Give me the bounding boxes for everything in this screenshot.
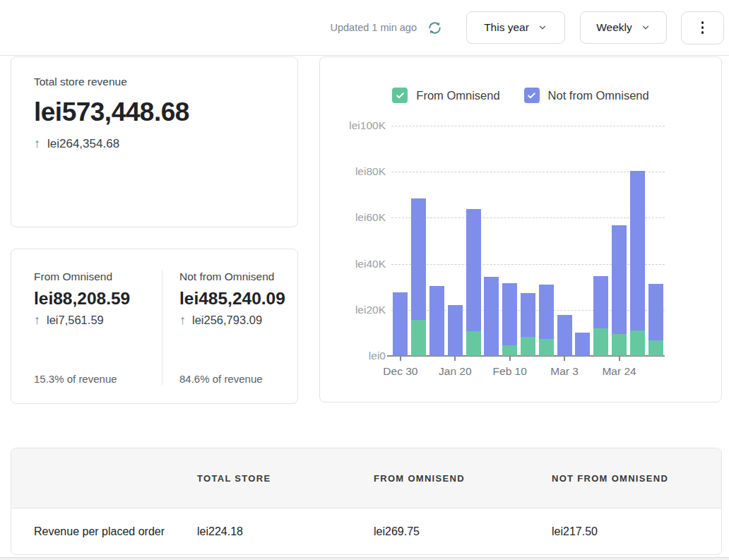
x-axis-tick [619,356,620,361]
bar-segment-not-from-omnisend [521,293,535,337]
not-from-omnisend-label: Not from Omnisend [179,270,286,283]
bar-segment-from-omnisend [539,339,554,356]
bar-segment-from-omnisend [521,337,535,356]
total-revenue-value: lei573,448.68 [34,97,275,127]
bar-week-7[interactable] [521,293,535,356]
y-axis-tick-label: lei20K [355,304,386,316]
trend-up-icon: ↑ [179,313,186,328]
x-axis-tick-label: Jan 20 [439,365,472,378]
trend-up-icon: ↑ [34,136,40,151]
y-axis-tick-label: lei60K [355,211,386,224]
gridline [391,218,665,218]
bar-segment-from-omnisend [502,345,517,356]
refresh-icon [427,20,443,36]
bar-week-8[interactable] [539,285,554,356]
bar-segment-from-omnisend [612,334,627,356]
not-from-omnisend-value: lei485,240.09 [179,289,286,309]
bar-week-11[interactable] [593,276,608,356]
y-axis-tick-label: lei100K [349,119,386,132]
bar-week-10[interactable] [575,333,590,356]
period-dropdown[interactable]: This year [466,11,565,44]
bar-segment-not-from-omnisend [411,198,426,320]
x-axis-tick [509,356,511,361]
table-header-total-store: Total store [197,473,374,484]
x-axis-tick-label: Mar 3 [550,365,579,378]
bar-week-0[interactable] [393,292,408,356]
gridline [391,126,665,126]
x-axis-tick [564,356,565,361]
bar-segment-from-omnisend [648,340,663,356]
y-axis-tick-label: lei0 [369,350,386,362]
main-content: Total store revenue lei573,448.68 ↑ lei2… [11,56,722,555]
bar-segment-not-from-omnisend [429,286,444,356]
legend-checkbox-from-omnisend[interactable] [392,88,408,103]
granularity-dropdown-label: Weekly [596,21,632,34]
table-cell-total-store: lei224.18 [197,525,374,538]
bar-segment-not-from-omnisend [612,225,627,334]
bar-segment-not-from-omnisend [484,277,499,356]
bar-segment-not-from-omnisend [502,283,517,345]
more-options-button[interactable] [681,11,724,44]
x-axis-tick [454,356,456,361]
chevron-down-icon [641,23,651,32]
bar-week-1[interactable] [411,198,426,356]
total-revenue-card: Total store revenue lei573,448.68 ↑ lei2… [11,56,298,227]
chart-legend: From Omnisend Not from Omnisend [320,88,721,103]
bar-segment-not-from-omnisend [593,276,608,328]
bar-segment-not-from-omnisend [393,292,408,356]
from-omnisend-change: lei7,561.59 [47,314,104,327]
bar-segment-from-omnisend [466,331,481,356]
table-row: Revenue per placed order lei224.18 lei26… [11,508,721,555]
bar-week-13[interactable] [630,171,645,356]
last-updated-text: Updated 1 min ago [330,22,417,33]
table-header-not-from-omnisend: Not from Omnisend [552,473,721,484]
bar-segment-from-omnisend [411,320,426,357]
bar-segment-not-from-omnisend [630,171,645,331]
legend-item-not-from-omnisend: Not from Omnisend [524,88,649,103]
bar-week-4[interactable] [466,209,481,356]
granularity-dropdown[interactable]: Weekly [580,11,667,44]
period-dropdown-label: This year [484,21,529,34]
bar-segment-not-from-omnisend [575,333,590,356]
bar-segment-from-omnisend [630,330,645,356]
from-omnisend-label: From Omnisend [34,270,162,283]
bar-week-6[interactable] [502,283,517,356]
bar-week-14[interactable] [648,284,663,356]
bar-week-3[interactable] [448,305,463,356]
table-row-label: Revenue per placed order [34,525,197,538]
bar-segment-from-omnisend [593,328,608,356]
y-axis-labels: lei100Klei80Klei60Klei40Klei20Klei0 [320,126,386,356]
topbar: Updated 1 min ago This year Weekly [0,0,729,56]
table-header-row: Total store From Omnisend Not from Omnis… [11,448,721,508]
y-axis-tick-label: lei80K [355,165,386,178]
bar-segment-not-from-omnisend [466,209,481,331]
revenue-chart-card: From Omnisend Not from Omnisend lei100Kl… [319,56,722,403]
bar-segment-not-from-omnisend [648,284,663,340]
refresh-button[interactable] [427,20,443,36]
gridline [391,172,665,172]
legend-label-not-from-omnisend: Not from Omnisend [548,89,649,102]
bar-week-5[interactable] [484,277,499,356]
from-omnisend-share: 15.3% of revenue [34,373,162,385]
table-cell-not-from-omnisend: lei217.50 [552,525,721,538]
trend-up-icon: ↑ [34,313,40,328]
x-axis-tick-label: Mar 24 [602,365,636,378]
plot-area: Dec 30Jan 20Feb 10Mar 3Mar 24 [391,126,665,356]
x-axis-tick-label: Feb 10 [493,365,527,378]
legend-item-from-omnisend: From Omnisend [392,88,499,103]
kebab-icon [701,21,704,34]
page-bottom-divider [0,557,729,560]
revenue-split-card: From Omnisend lei88,208.59 ↑ lei7,561.59… [11,249,298,404]
metrics-table-card: Total store From Omnisend Not from Omnis… [11,448,722,555]
bar-week-9[interactable] [557,315,572,356]
legend-label-from-omnisend: From Omnisend [416,89,499,102]
x-axis-tick-label: Dec 30 [383,365,417,378]
chevron-down-icon [538,23,547,32]
bar-segment-not-from-omnisend [539,285,554,338]
bar-week-2[interactable] [429,286,444,356]
table-header-from-omnisend: From Omnisend [374,473,552,484]
legend-checkbox-not-from-omnisend[interactable] [524,88,540,103]
total-revenue-label: Total store revenue [34,76,275,88]
bar-week-12[interactable] [612,225,627,356]
not-from-omnisend-share: 84.6% of revenue [179,373,286,385]
